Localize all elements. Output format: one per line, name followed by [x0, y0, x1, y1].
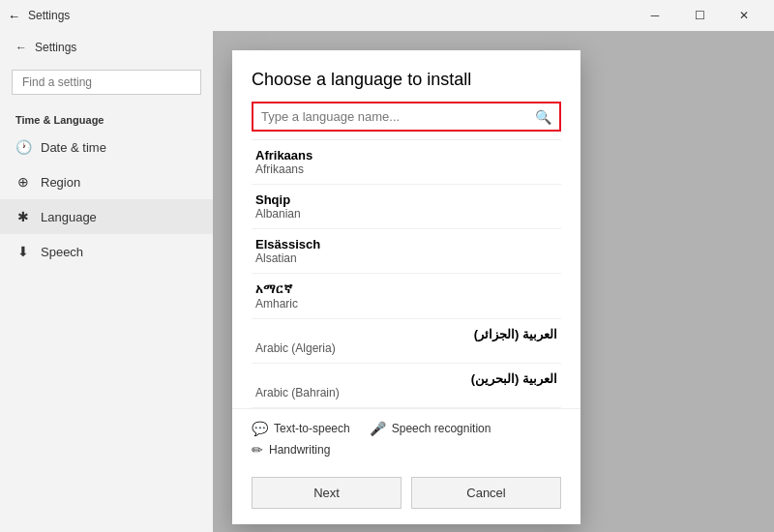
speech-rec-label: Speech recognition [392, 422, 491, 435]
feature-speech-rec: 🎤 Speech recognition [370, 421, 491, 436]
language-item-amharic[interactable]: አማርኛ Amharic [252, 274, 561, 319]
language-icon: ✱ [15, 209, 31, 224]
next-button[interactable]: Next [252, 477, 402, 509]
title-bar-left: ← Settings [8, 9, 70, 23]
language-subname: Amharic [255, 297, 557, 310]
sidebar-item-label-speech: Speech [41, 245, 83, 259]
language-name: العربية (الجزائر) [255, 327, 557, 341]
language-list[interactable]: Afrikaans Afrikaans Shqip Albanian Elsäs… [252, 139, 561, 408]
back-arrow-icon: ← [15, 41, 27, 54]
title-bar-title: Settings [28, 9, 70, 22]
main-content: ← Settings Time & Language 🕐 Date & time… [0, 31, 774, 532]
language-item-arabic-algeria[interactable]: العربية (الجزائر) Arabic (Algeria) [252, 319, 561, 364]
tts-label: Text-to-speech [274, 422, 350, 435]
sidebar-item-label-region: Region [41, 175, 80, 190]
handwriting-label: Handwriting [269, 443, 330, 457]
language-item-albanian[interactable]: Shqip Albanian [252, 185, 561, 229]
language-name: አማርኛ [255, 281, 557, 297]
language-item-alsatian[interactable]: Elsässisch Alsatian [252, 229, 561, 274]
language-subname: Alsatian [255, 251, 557, 265]
region-icon: ⊕ [15, 174, 31, 190]
dialog-search-box: 🔍 [252, 102, 561, 132]
sidebar-back-label: Settings [35, 41, 76, 54]
dialog-overlay: Choose a language to install 🔍 Afrikaans… [213, 31, 774, 532]
maximize-button[interactable]: ☐ [677, 0, 722, 31]
settings-window: ← Settings ─ ☐ ✕ ← Settings Time & Langu… [0, 0, 774, 532]
language-item-arabic-bahrain[interactable]: العربية (البحرين) Arabic (Bahrain) [252, 364, 561, 408]
feature-handwriting: ✏ Handwriting [252, 442, 330, 458]
dialog-features: 💬 Text-to-speech 🎤 Speech recognition ✏ [232, 408, 580, 465]
language-name: Shqip [255, 192, 557, 207]
language-name: Afrikaans [255, 148, 557, 163]
search-icon: 🔍 [527, 109, 559, 125]
right-panel: ▾ this hat theyre Choose a language to i… [213, 31, 774, 532]
language-subname: Arabic (Algeria) [255, 341, 557, 355]
handwriting-icon: ✏ [252, 442, 263, 458]
sidebar: ← Settings Time & Language 🕐 Date & time… [0, 31, 213, 532]
features-row-2: ✏ Handwriting [252, 442, 561, 458]
language-subname: Arabic (Bahrain) [255, 386, 557, 399]
sidebar-item-date-time[interactable]: 🕐 Date & time [0, 130, 213, 164]
sidebar-item-region[interactable]: ⊕ Region [0, 164, 213, 199]
minimize-button[interactable]: ─ [633, 0, 677, 31]
title-bar: ← Settings ─ ☐ ✕ [0, 0, 774, 31]
sidebar-item-label-language: Language [41, 210, 97, 224]
language-subname: Albanian [255, 207, 557, 221]
language-subname: Afrikaans [255, 163, 557, 176]
close-button[interactable]: ✕ [722, 0, 766, 31]
sidebar-item-language[interactable]: ✱ Language [0, 199, 213, 234]
language-item-afrikaans[interactable]: Afrikaans Afrikaans [252, 140, 561, 185]
cancel-button[interactable]: Cancel [411, 477, 561, 509]
sidebar-item-speech[interactable]: ⬇ Speech [0, 234, 213, 269]
back-icon[interactable]: ← [8, 9, 20, 23]
sidebar-item-label-date-time: Date & time [41, 140, 106, 155]
dialog-title: Choose a language to install [232, 50, 580, 102]
language-search-input[interactable] [253, 103, 527, 130]
sidebar-search-container [12, 70, 201, 95]
sidebar-section-label: Time & Language [0, 104, 213, 130]
title-bar-controls: ─ ☐ ✕ [633, 0, 766, 31]
dialog-buttons: Next Cancel [232, 465, 580, 524]
features-row-1: 💬 Text-to-speech 🎤 Speech recognition [252, 421, 561, 436]
language-dialog: Choose a language to install 🔍 Afrikaans… [232, 50, 580, 524]
language-name: Elsässisch [255, 237, 557, 251]
speech-rec-icon: 🎤 [370, 421, 386, 436]
sidebar-search-input[interactable] [12, 70, 201, 95]
tts-icon: 💬 [252, 421, 268, 436]
speech-icon: ⬇ [15, 244, 31, 259]
date-time-icon: 🕐 [15, 139, 31, 155]
language-name: العربية (البحرين) [255, 371, 557, 386]
feature-tts: 💬 Text-to-speech [252, 421, 350, 436]
sidebar-back-button[interactable]: ← Settings [0, 31, 213, 64]
